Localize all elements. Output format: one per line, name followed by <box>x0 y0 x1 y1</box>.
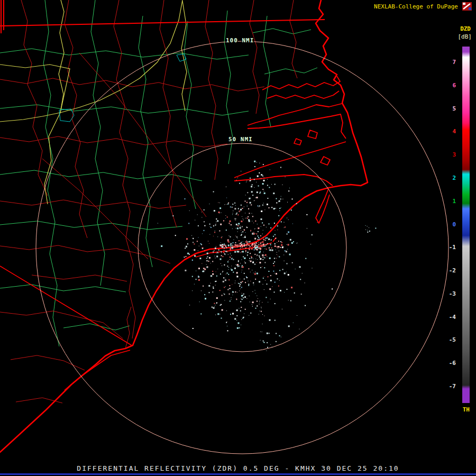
radar-display: 100 NMI 50 NMI NEXLAB-College of DuPage … <box>0 0 476 476</box>
range-ring-label-100: 100 NMI <box>226 37 254 44</box>
colorbar-tick: -5 <box>441 336 456 344</box>
radar-echo-speckles <box>146 161 376 351</box>
product-caption: DIFFERENTIAL REFLECTIVITY (ZDR) 0.5 DEG … <box>0 464 476 472</box>
bottom-border-line <box>0 473 476 475</box>
colorbar-tick: 6 <box>441 81 456 90</box>
nc-sc-state-line <box>0 266 132 345</box>
colorbar-units-label: [dB] <box>458 33 472 40</box>
coastline-path <box>0 0 368 452</box>
colorbar-tick: 4 <box>441 127 456 136</box>
colorbar-tick: -6 <box>441 359 456 368</box>
colorbar-tick: 3 <box>441 151 456 159</box>
range-ring-label-50: 50 NMI <box>228 136 253 143</box>
cape-lookout-hook <box>316 189 329 223</box>
pamlico-river-north-shore <box>248 104 342 125</box>
colorbar-tick: -3 <box>441 290 456 298</box>
colorbar-tick: -2 <box>441 267 456 275</box>
radar-map-canvas: 100 NMI 50 NMI <box>0 0 476 476</box>
sound-island <box>294 139 301 145</box>
colorbar-tick: 5 <box>441 105 456 113</box>
pamlico-river-south-shore <box>248 114 346 139</box>
colorbar-id-label: DZD <box>460 25 471 32</box>
colorbar-tick: 1 <box>441 197 456 206</box>
colorbar-tick: -7 <box>441 382 456 391</box>
cod-logo-icon <box>462 2 472 11</box>
albemarle-shore-south <box>267 91 339 98</box>
colorbar-gradient <box>462 47 470 403</box>
brand-text: NEXLAB-College of DuPage <box>374 3 458 10</box>
colorbar-tick: -1 <box>441 243 456 252</box>
sound-island <box>308 130 317 139</box>
southern-barrier-strip <box>65 350 130 390</box>
colorbar-tick: -4 <box>441 313 456 322</box>
colorbar-tick: 7 <box>441 58 456 67</box>
colorbar-tick: 0 <box>441 221 456 229</box>
coastline <box>0 0 368 452</box>
colorbar-threshold-label: TH <box>463 406 470 413</box>
colorbar-tick: 2 <box>441 174 456 182</box>
sound-island <box>321 157 330 165</box>
albemarle-shore <box>262 76 340 90</box>
nc-va-state-line <box>0 20 325 26</box>
